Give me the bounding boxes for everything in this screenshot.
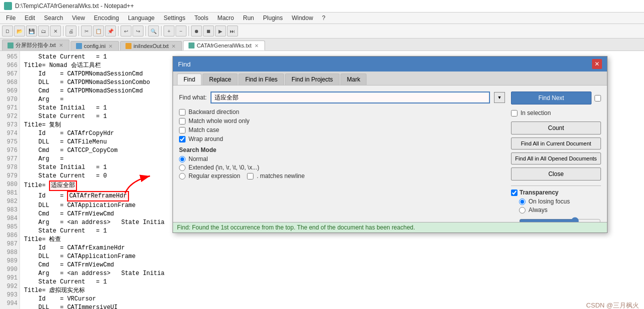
transparency-always-label[interactable]: Always [528,206,548,214]
menu-tools[interactable]: Tools [190,14,212,22]
option-wholeword: Match whole word only [179,118,505,124]
tab-iniindex[interactable]: iniIndexOut.txt ✕ [120,41,182,50]
transparency-losing-radio[interactable] [519,198,526,205]
mode-regex: Regular expression . matches newline [179,172,505,180]
dialog-tab-replace[interactable]: Replace [202,74,238,85]
mode-normal-radio[interactable] [179,156,186,162]
menu-view[interactable]: View [68,14,89,22]
tab-close-catafr[interactable]: ✕ [254,42,260,48]
main-area: 9659669679689699709719729739749759769779… [0,51,644,309]
tab-config[interactable]: config.ini ✕ [70,41,119,50]
toolbar-paste[interactable]: 📌 [105,26,116,36]
mode-extended-label[interactable]: Extended (\n, \r, \t, \0, \x...) [188,164,259,171]
line-number: 977 [2,155,18,164]
code-line: Id = VRCursor [24,295,640,304]
dialog-close-button[interactable]: ✕ [592,59,602,69]
menu-encoding[interactable]: Encoding [90,14,123,22]
find-highlight-checkbox[interactable] [594,95,601,102]
transparency-label[interactable]: Transparency [520,189,558,196]
matches-newline-label[interactable]: . matches newline [256,172,304,180]
menu-edit[interactable]: Edit [20,14,39,22]
dialog-tab-findinfiles[interactable]: Find in Files [238,74,284,85]
find-next-button[interactable]: Find Next [511,92,592,104]
toolbar-find[interactable]: 🔍 [148,26,159,36]
matchcase-checkbox[interactable] [179,127,186,134]
toolbar-close[interactable]: ✕ [50,26,61,36]
in-selection-label[interactable]: In selection [520,110,551,116]
menu-run[interactable]: Run [239,14,258,22]
line-number: 985 [2,223,18,232]
menu-search[interactable]: Search [40,14,67,22]
menu-help[interactable]: ? [318,14,330,22]
dialog-title: Find [178,60,190,68]
find-what-input[interactable] [210,92,490,104]
mode-normal-label[interactable]: Normal [188,156,208,162]
dialog-tabs: Find Replace Find in Files Find in Proje… [173,72,607,86]
highlighted-text-981: CATAfrReframeHdr [67,191,128,202]
dialog-tab-findinprojects[interactable]: Find in Projects [285,74,340,85]
find-all-current-button[interactable]: Find All in Current Document [511,138,601,150]
toolbar-macro-play[interactable]: ▶ [215,26,226,36]
line-number: 994 [2,300,18,308]
mode-regex-label[interactable]: Regular expression [188,172,240,180]
menu-macro[interactable]: Macro [214,14,238,22]
find-all-opened-button[interactable]: Find All in All Opened Documents [511,152,601,164]
tab-fenping[interactable]: 分屏部分指令.txt ✕ [2,40,70,50]
backward-label[interactable]: Backward direction [188,108,239,116]
toolbar-macro-rec[interactable]: ⏺ [191,26,202,36]
toolbar-print[interactable]: 🖨 [66,26,76,36]
line-number: 973 [2,121,18,130]
transparency-section: Transparency On losing focus Always [511,186,601,226]
toolbar-new[interactable]: 🗋 [2,26,13,36]
menu-file[interactable]: File [2,14,20,22]
transparency-always-radio[interactable] [519,207,526,214]
mode-normal: Normal [179,156,505,162]
count-button[interactable]: Count [511,122,601,134]
line-numbers: 9659669679689699709719729739749759769779… [0,51,20,309]
dialog-tab-find[interactable]: Find [177,74,202,85]
wholeword-label[interactable]: Match whole word only [188,118,250,124]
toolbar-open[interactable]: 📂 [14,26,25,36]
backward-checkbox[interactable] [179,109,186,116]
transparency-losing-label[interactable]: On losing focus [528,198,570,205]
tab-close-config[interactable]: ✕ [108,43,114,49]
line-number: 968 [2,78,18,87]
toolbar-cut[interactable]: ✂ [81,26,92,36]
toolbar-zoomout[interactable]: − [176,26,186,36]
toolbar-macro-run[interactable]: ⏭ [227,26,238,36]
tab-catafr[interactable]: CATAfrGeneralWks.txt ✕ [183,40,265,50]
menu-plugins[interactable]: Plugins [259,14,286,22]
mode-regex-radio[interactable] [179,173,186,180]
transparency-checkbox[interactable] [511,190,518,196]
wraparound-checkbox[interactable] [179,136,186,142]
toolbar-save[interactable]: 💾 [26,26,37,36]
menu-window[interactable]: Window [288,14,317,22]
in-selection-checkbox[interactable] [511,110,518,116]
wraparound-label[interactable]: Wrap around [188,136,223,142]
toolbar-macro-stop[interactable]: ⏹ [203,26,214,36]
tab-close-fenping[interactable]: ✕ [58,42,64,48]
toolbar-zoomin[interactable]: + [164,26,174,36]
code-line: DLL = CATApplicationFrame [24,252,640,261]
transparency-on-losing: On losing focus [519,198,601,205]
menu-settings[interactable]: Settings [160,14,189,22]
menu-language[interactable]: Language [124,14,158,22]
line-number: 988 [2,248,18,257]
search-mode-section: Search Mode Normal Extended (\n, \r, \t,… [179,146,505,180]
tab-close-iniindex[interactable]: ✕ [170,43,176,49]
toolbar-undo[interactable]: ↩ [120,26,132,36]
close-button[interactable]: Close [511,168,601,180]
matches-newline-checkbox[interactable] [247,173,254,180]
wholeword-checkbox[interactable] [179,118,186,124]
code-line: Arg = <an address> State Initia [24,270,640,278]
transparency-header: Transparency [511,189,601,196]
toolbar-copy[interactable]: 📋 [93,26,104,36]
find-dropdown-arrow[interactable]: ▼ [494,92,505,103]
toolbar-saveall[interactable]: 🗂 [38,26,49,36]
matchcase-label[interactable]: Match case [188,126,219,134]
dialog-tab-mark[interactable]: Mark [340,74,367,85]
dialog-body: Find what: ▼ Backward direction Match wh… [173,86,607,232]
find-what-label: Find what: [179,94,206,101]
mode-extended-radio[interactable] [179,164,186,171]
toolbar-redo[interactable]: ↪ [132,26,144,36]
